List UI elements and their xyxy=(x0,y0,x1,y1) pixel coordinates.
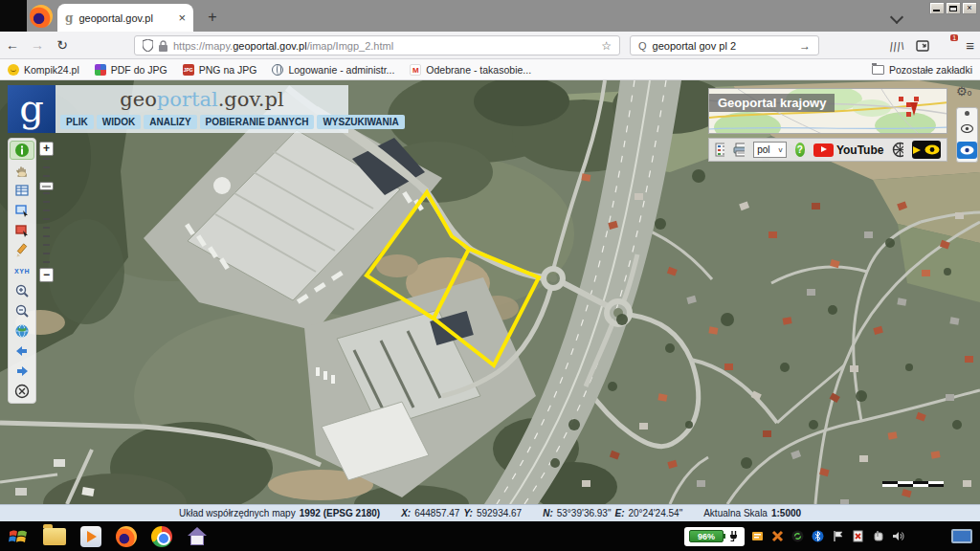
zoom-slider-handle[interactable] xyxy=(39,182,54,190)
padlock-icon xyxy=(159,40,167,52)
error-page-tray-icon[interactable] xyxy=(851,529,865,543)
youtube-play-icon xyxy=(813,143,834,157)
menu-plik[interactable]: PLIK xyxy=(60,115,94,129)
search-query[interactable]: geoportal gov pl 2 xyxy=(653,40,736,52)
firefox-taskbar-icon[interactable] xyxy=(116,526,137,547)
smiley-favicon-icon xyxy=(8,64,19,76)
xyh-coordinates-button[interactable]: XYH xyxy=(10,261,34,280)
geoportal-menu: PLIK WIDOK ANALIZY POBIERANIE DANYCH WYS… xyxy=(56,111,348,129)
bookmark-item[interactable]: PDF do JPG xyxy=(95,64,167,76)
help-button[interactable]: ? xyxy=(795,143,805,157)
map-viewport[interactable]: g geoportal.gov.pl PLIK WIDOK ANALIZY PO… xyxy=(0,80,980,504)
bookmark-item[interactable]: PNG na JPG xyxy=(183,64,257,76)
menu-hamburger-icon[interactable]: ≡ xyxy=(966,37,974,54)
search-bar[interactable]: Q geoportal gov pl 2 → xyxy=(630,35,819,55)
bookmark-star-icon[interactable]: ☆ xyxy=(601,39,612,53)
start-button[interactable] xyxy=(8,527,29,546)
bookmark-item[interactable]: Logowanie - administr... xyxy=(272,64,394,76)
power-plug-icon xyxy=(727,530,740,542)
zoom-out-button[interactable]: − xyxy=(39,268,54,282)
ublock-shield-icon[interactable]: 1 xyxy=(941,38,954,53)
notes-tray-icon[interactable] xyxy=(750,529,765,543)
zoom-slider-track[interactable] xyxy=(43,158,50,266)
search-submit-icon[interactable]: → xyxy=(799,39,811,53)
latitude: 53°39'36.93" xyxy=(557,508,612,518)
home-app-icon[interactable] xyxy=(187,527,208,546)
draw-tool-button[interactable] xyxy=(10,241,34,260)
sidebar-icon[interactable] xyxy=(916,39,929,53)
url-bar[interactable]: https://mapy.geoportal.gov.pl/imap/Imgp_… xyxy=(134,35,620,55)
battery-indicator[interactable]: 96% xyxy=(684,527,745,546)
orange-x-tray-icon[interactable] xyxy=(770,529,785,543)
cancel-tool-button[interactable] xyxy=(10,382,34,401)
display-tray-icon[interactable] xyxy=(951,529,972,543)
map-settings-gear[interactable]: ⚙0 xyxy=(956,84,977,101)
zoom-in-tool-button[interactable] xyxy=(10,281,34,300)
tab-favicon-icon: g xyxy=(65,11,73,25)
bookmark-item[interactable]: Odebrane - takasobie... xyxy=(410,64,531,76)
chrome-taskbar-icon[interactable] xyxy=(151,526,172,547)
menu-widok[interactable]: WIDOK xyxy=(97,115,141,129)
youtube-link[interactable]: YouTube xyxy=(813,143,884,157)
eye-outline-icon[interactable] xyxy=(961,124,973,133)
new-tab-button[interactable]: + xyxy=(203,8,222,27)
xyh-label: XYH xyxy=(14,268,30,275)
touch-tray-icon[interactable] xyxy=(871,529,885,543)
speaker-tray-icon[interactable] xyxy=(891,529,905,543)
full-extent-button[interactable] xyxy=(10,321,34,341)
window-close-button[interactable]: × xyxy=(962,2,977,14)
menu-analizy[interactable]: ANALIZY xyxy=(144,115,196,129)
geoportal-wordmark: geoportal.gov.pl xyxy=(56,88,348,111)
zoom-out-tool-button[interactable] xyxy=(10,301,34,320)
globe-favicon-icon xyxy=(272,64,283,76)
menu-pobieranie-danych[interactable]: POBIERANIE DANYCH xyxy=(200,115,315,129)
gear-badge: 0 xyxy=(968,89,971,98)
library-icon[interactable]: |||\ xyxy=(889,40,905,52)
legend-icon[interactable] xyxy=(715,143,724,157)
next-view-button[interactable] xyxy=(10,362,34,381)
menu-wyszukiwania[interactable]: WYSZUKIWANIA xyxy=(317,115,404,129)
print-icon[interactable] xyxy=(733,143,745,157)
clear-selection-button[interactable] xyxy=(10,221,34,240)
flag-tray-icon[interactable] xyxy=(831,529,845,543)
tab-close-icon[interactable]: × xyxy=(178,11,186,25)
list-tabs-chevron-icon[interactable] xyxy=(890,10,903,23)
window-restore-button[interactable] xyxy=(946,2,961,14)
scale-label: Aktualna Skala xyxy=(703,508,768,518)
active-layer-eye-button[interactable] xyxy=(957,142,977,159)
browser-tab[interactable]: g geoportal.gov.pl × xyxy=(57,4,193,32)
back-button[interactable]: ← xyxy=(0,37,25,53)
system-tray: 96% xyxy=(684,527,972,546)
select-area-button[interactable] xyxy=(10,201,34,220)
tab-title: geoportal.gov.pl xyxy=(78,12,172,24)
visibility-toggle-button[interactable] xyxy=(912,141,941,159)
bookmark-item[interactable]: Kompik24.pl xyxy=(8,64,79,76)
pan-tool-button[interactable] xyxy=(10,161,34,180)
media-player-icon[interactable] xyxy=(80,526,101,547)
x-coordinate: 644857.47 xyxy=(414,508,459,518)
file-explorer-icon[interactable] xyxy=(43,528,66,545)
other-bookmarks-button[interactable]: Pozostałe zakładki xyxy=(872,64,972,76)
gmail-favicon-icon xyxy=(410,64,421,76)
bluetooth-tray-icon[interactable] xyxy=(811,529,825,543)
hand-icon xyxy=(14,163,30,178)
identify-tool-button[interactable] xyxy=(10,141,34,160)
dot-toggle-icon[interactable] xyxy=(965,111,969,116)
map-scale-bar xyxy=(882,481,944,487)
blue-rectangle-select-icon xyxy=(14,203,30,218)
zoom-in-button[interactable]: + xyxy=(39,142,54,156)
window-minimize-button[interactable] xyxy=(929,2,945,14)
previous-view-button[interactable] xyxy=(10,342,34,361)
wheel-icon[interactable] xyxy=(892,142,903,158)
forward-button[interactable]: → xyxy=(25,37,50,53)
tracking-shield-icon[interactable] xyxy=(143,39,153,52)
language-select[interactable]: polv xyxy=(753,142,786,158)
sync-tray-icon[interactable] xyxy=(791,529,805,543)
overview-map[interactable]: Geoportal krajowy xyxy=(708,88,947,134)
geoportal-header: geoportal.gov.pl PLIK WIDOK ANALIZY POBI… xyxy=(56,85,348,133)
arrow-left-icon xyxy=(14,343,30,359)
geoportal-logo[interactable]: g xyxy=(8,85,56,133)
reload-button[interactable]: ↻ xyxy=(50,37,75,53)
gear-icon: ⚙ xyxy=(956,84,968,99)
attribute-table-button[interactable] xyxy=(10,181,34,200)
